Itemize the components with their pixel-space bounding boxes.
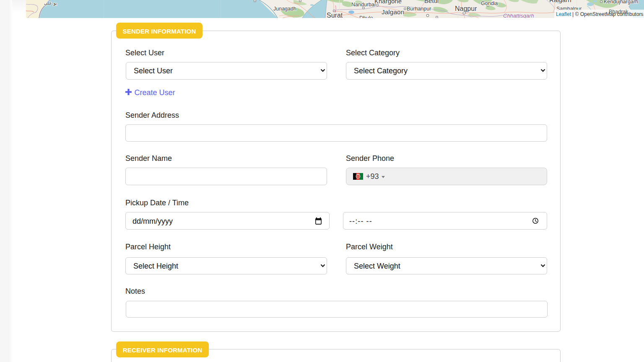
svg-text:Surat: Surat <box>327 12 343 18</box>
svg-text:Leaflet: Leaflet <box>556 11 571 17</box>
svg-text:Jalgaon: Jalgaon <box>382 8 404 16</box>
svg-text:Raigarh: Raigarh <box>549 0 571 3</box>
svg-text:Gondia: Gondia <box>481 0 498 6</box>
svg-text:Junagadh: Junagadh <box>273 6 296 12</box>
svg-text:Kendujhargarh: Kendujhargarh <box>604 0 638 5</box>
svg-text:Burhanpur: Burhanpur <box>407 6 431 12</box>
svg-text:Dhule: Dhule <box>359 15 373 18</box>
svg-text:| © OpenStreetMap contributors: | © OpenStreetMap contributors <box>572 11 643 17</box>
svg-text:Nandurbar: Nandurbar <box>351 2 376 8</box>
svg-text:بو علي: بو علي <box>44 0 57 6</box>
svg-text:Chhattisgarh: Chhattisgarh <box>503 13 534 18</box>
svg-text:Nagpur: Nagpur <box>455 5 477 12</box>
svg-text:Betul: Betul <box>424 0 439 4</box>
svg-text:Khargone: Khargone <box>374 0 402 5</box>
